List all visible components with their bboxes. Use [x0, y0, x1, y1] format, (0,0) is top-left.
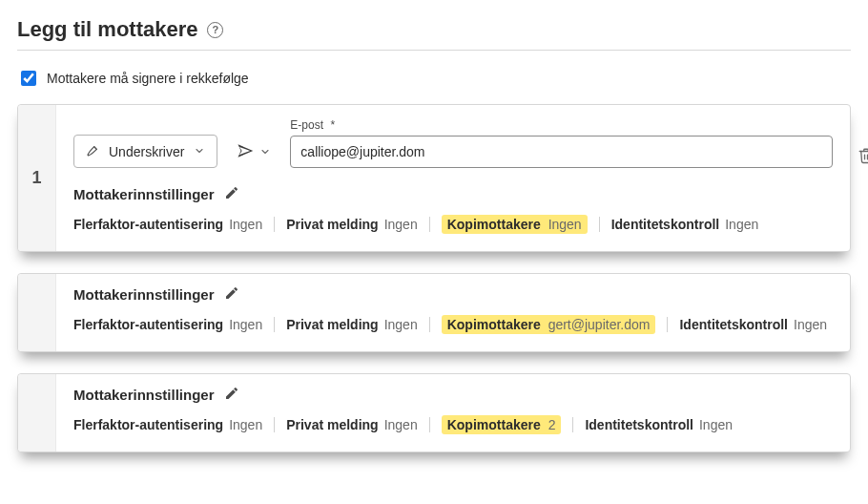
recipient-role-select[interactable]: Underskriver — [73, 135, 217, 168]
setting-id-check: Identitetskontroll Ingen — [611, 215, 759, 234]
delivery-method-select[interactable] — [233, 136, 275, 168]
page-title-text: Legg til mottakere — [17, 17, 197, 42]
chevron-down-icon — [259, 145, 271, 160]
sign-order-label: Mottakere må signere i rekkefølge — [47, 71, 249, 86]
recipient-role-label: Underskriver — [109, 144, 184, 159]
separator — [429, 217, 430, 232]
edit-settings-button[interactable] — [224, 185, 239, 203]
recipient-index: 1 — [18, 105, 56, 251]
separator — [274, 317, 275, 332]
setting-private-message: Privat melding Ingen — [286, 315, 418, 334]
recipient-settings-title: Mottakerinnstillinger — [73, 387, 215, 403]
recipient-settings-row: Flerfaktor-autentisering Ingen Privat me… — [73, 215, 833, 234]
email-field-label: E-post * — [290, 118, 833, 132]
chevron-down-icon — [194, 144, 205, 159]
recipient-settings-title: Mottakerinnstillinger — [73, 286, 215, 303]
setting-mfa: Flerfaktor-autentisering Ingen — [73, 315, 262, 334]
pen-icon — [86, 142, 101, 160]
sign-order-checkbox-row[interactable]: Mottakere må signere i rekkefølge — [17, 68, 851, 89]
separator — [572, 417, 573, 432]
separator — [274, 417, 275, 432]
separator — [599, 217, 600, 232]
sign-order-checkbox[interactable] — [21, 71, 36, 86]
delete-recipient-button[interactable] — [852, 141, 868, 173]
recipient-card-variant-email: Mottakerinnstillinger Flerfaktor-autenti… — [17, 273, 851, 352]
recipient-settings-row: Flerfaktor-autentisering Ingen Privat me… — [73, 315, 833, 334]
setting-mfa: Flerfaktor-autentisering Ingen — [73, 215, 262, 234]
separator — [667, 317, 668, 332]
setting-cc-highlighted: Kopimottakere Ingen — [442, 215, 588, 234]
recipient-card-variant-count: Mottakerinnstillinger Flerfaktor-autenti… — [17, 373, 851, 452]
recipient-settings-row: Flerfaktor-autentisering Ingen Privat me… — [73, 415, 833, 434]
separator — [274, 217, 275, 232]
email-field[interactable] — [290, 136, 833, 168]
separator — [429, 417, 430, 432]
recipient-index — [18, 274, 56, 351]
setting-cc-highlighted: Kopimottakere gert@jupiter.dom — [442, 315, 656, 334]
setting-id-check: Identitetskontroll Ingen — [585, 415, 733, 434]
recipient-settings-title: Mottakerinnstillinger — [73, 186, 215, 202]
paper-plane-icon — [237, 142, 254, 162]
header-separator — [17, 50, 851, 51]
edit-settings-button[interactable] — [224, 285, 239, 304]
recipient-index — [18, 374, 56, 452]
setting-id-check: Identitetskontroll Ingen — [679, 315, 827, 334]
setting-cc-highlighted: Kopimottakere 2 — [442, 415, 562, 434]
setting-private-message: Privat melding Ingen — [286, 215, 418, 234]
edit-settings-button[interactable] — [224, 386, 239, 404]
setting-private-message: Privat melding Ingen — [286, 415, 418, 434]
recipient-card: 1 Underskriver — [17, 104, 851, 252]
separator — [429, 317, 430, 332]
page-title: Legg til mottakere ? — [17, 17, 851, 42]
setting-mfa: Flerfaktor-autentisering Ingen — [73, 415, 262, 434]
help-icon[interactable]: ? — [207, 22, 223, 38]
